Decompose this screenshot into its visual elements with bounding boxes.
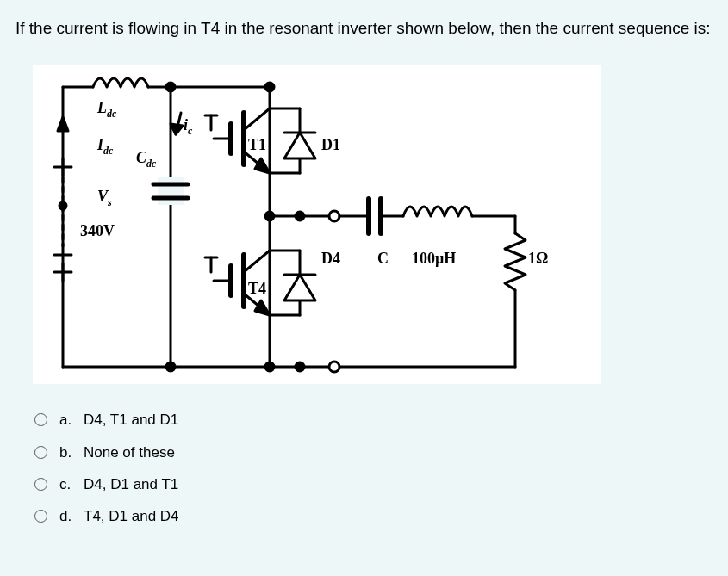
svg-point-18 xyxy=(166,83,175,91)
circuit-diagram: Ldc Idc Cdc ic Vs 340V T1 D1 T4 D4 C 100… xyxy=(33,65,601,384)
option-a[interactable]: a. D4, T1 and D1 xyxy=(34,408,712,431)
question-text: If the current is flowing in T4 in the r… xyxy=(16,15,712,41)
options-list: a. D4, T1 and D1 b. None of these c. D4,… xyxy=(34,408,712,528)
option-text: D4, D1 and T1 xyxy=(84,473,178,496)
option-text: None of these xyxy=(84,441,175,464)
option-letter: d. xyxy=(59,505,75,528)
svg-marker-26 xyxy=(255,158,270,173)
circuit-svg xyxy=(33,65,601,384)
svg-line-37 xyxy=(244,251,270,272)
svg-marker-42 xyxy=(255,300,270,315)
option-d[interactable]: d. T4, D1 and D4 xyxy=(34,505,712,528)
svg-line-21 xyxy=(244,108,270,130)
svg-point-59 xyxy=(166,362,175,371)
svg-point-60 xyxy=(265,362,274,371)
option-text: D4, T1 and D1 xyxy=(84,408,178,431)
svg-marker-32 xyxy=(284,133,315,158)
svg-marker-1 xyxy=(58,117,68,131)
option-letter: c. xyxy=(59,473,75,496)
option-b[interactable]: b. None of these xyxy=(34,441,712,464)
svg-point-62 xyxy=(329,362,339,372)
radio-icon xyxy=(34,510,47,523)
option-letter: b. xyxy=(59,441,75,464)
svg-marker-9 xyxy=(171,124,183,134)
svg-point-50 xyxy=(329,211,339,221)
option-text: T4, D1 and D4 xyxy=(84,505,179,528)
radio-icon xyxy=(34,446,47,459)
radio-icon xyxy=(34,478,47,491)
option-letter: a. xyxy=(59,408,75,431)
svg-rect-5 xyxy=(158,177,184,205)
svg-point-61 xyxy=(296,362,304,371)
option-c[interactable]: c. D4, D1 and T1 xyxy=(34,473,712,496)
svg-marker-48 xyxy=(284,275,315,300)
radio-icon xyxy=(34,413,47,426)
